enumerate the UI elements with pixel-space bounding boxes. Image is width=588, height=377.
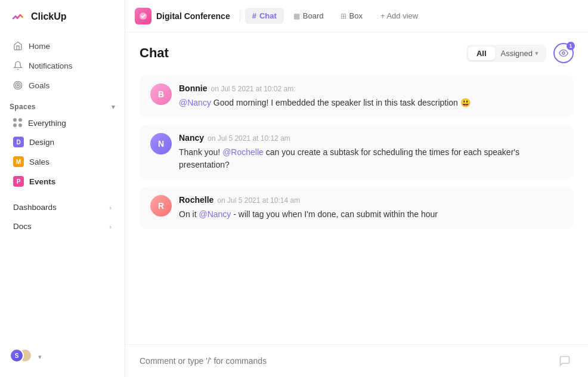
add-view-label: + Add view	[380, 11, 418, 20]
chat-title: Chat	[140, 45, 169, 61]
message-1-time: on Jul 5 2021 at 10:02 am:	[211, 85, 295, 93]
main-content: Digital Conference # Chat ▦ Board ⊞ Box …	[125, 0, 588, 377]
project-icon	[135, 8, 151, 24]
tab-box-label: Box	[349, 11, 363, 20]
tab-chat-hash: #	[252, 11, 256, 20]
message-1-mention: @Nancy	[179, 98, 211, 107]
message-3-text: On it @Nancy - will tag you when I'm don…	[179, 208, 563, 221]
filter-all-button[interactable]: All	[468, 47, 495, 60]
tab-board[interactable]: ▦ Board	[286, 8, 331, 24]
tab-board-label: Board	[303, 11, 324, 20]
sidebar-item-design-label: Design	[29, 138, 54, 147]
chat-area: Chat All Assigned ▾ 1 B	[125, 32, 588, 377]
filter-assigned-button[interactable]: Assigned ▾	[495, 47, 544, 60]
avatar-rochelle: R	[150, 195, 172, 217]
sidebar-item-events-label: Events	[29, 177, 55, 186]
user-avatars: S	[10, 348, 33, 365]
spaces-section-header[interactable]: Spaces ▾	[0, 95, 125, 113]
sidebar-item-docs[interactable]: Docs ›	[4, 217, 121, 236]
message-2: N Nancy on Jul 5 2021 at 10:12 am Thank …	[140, 125, 574, 180]
message-3-author: Rochelle	[179, 195, 213, 205]
message-1-author: Bonnie	[179, 84, 207, 93]
sidebar: ClickUp Home Notifications Goals Spaces …	[0, 0, 125, 377]
message-1-text: @Nancy Good morning! I embedded the spea…	[179, 97, 563, 109]
sidebar-item-design[interactable]: D Design	[4, 132, 121, 152]
sidebar-item-notifications-label: Notifications	[29, 61, 73, 70]
message-3-text-before: On it	[179, 209, 199, 219]
message-2-text-before: Thank you!	[179, 147, 222, 157]
sidebar-item-home[interactable]: Home	[4, 36, 121, 55]
message-2-author: Nancy	[179, 133, 204, 143]
eye-button[interactable]: 1	[553, 43, 574, 63]
sidebar-item-sales-label: Sales	[29, 157, 49, 166]
comment-input[interactable]	[140, 356, 556, 366]
tab-board-icon: ▦	[293, 12, 300, 20]
design-badge: D	[13, 137, 24, 147]
message-2-meta: Nancy on Jul 5 2021 at 10:12 am	[179, 133, 563, 143]
svg-point-5	[562, 52, 565, 54]
message-3-mention: @Nancy	[199, 209, 231, 219]
sidebar-item-home-label: Home	[29, 42, 50, 51]
sidebar-item-goals-label: Goals	[29, 81, 49, 90]
message-1: B Bonnie on Jul 5 2021 at 10:02 am: @Nan…	[140, 75, 574, 118]
tab-box-icon: ⊞	[341, 12, 346, 20]
message-2-mention: @Rochelle	[222, 147, 264, 157]
sidebar-nav: Home Notifications Goals Spaces ▾ Everyt…	[0, 33, 125, 342]
message-1-content: Bonnie on Jul 5 2021 at 10:02 am: @Nancy…	[179, 84, 563, 109]
svg-point-2	[16, 83, 20, 88]
sidebar-item-everything[interactable]: Everything	[4, 114, 121, 132]
user-chevron-icon: ▾	[38, 353, 42, 361]
comment-box	[125, 344, 588, 377]
eye-badge: 1	[567, 42, 575, 50]
message-3-content: Rochelle on Jul 5 2021 at 10:14 am On it…	[179, 195, 563, 221]
spaces-label: Spaces	[10, 103, 36, 111]
sidebar-item-notifications[interactable]: Notifications	[4, 56, 121, 75]
filter-assigned-label: Assigned	[501, 49, 533, 58]
docs-chevron-icon: ›	[109, 223, 112, 230]
filter-chevron-icon: ▾	[535, 50, 539, 57]
chat-header: Chat All Assigned ▾ 1	[125, 32, 588, 70]
sidebar-item-docs-label: Docs	[13, 222, 32, 231]
message-1-meta: Bonnie on Jul 5 2021 at 10:02 am:	[179, 84, 563, 93]
sidebar-item-sales[interactable]: M Sales	[4, 152, 121, 171]
avatar-bonnie: B	[150, 84, 172, 105]
message-3-time: on Jul 5 2021 at 10:14 am	[217, 196, 300, 205]
tab-box[interactable]: ⊞ Box	[333, 8, 370, 24]
add-view-button[interactable]: + Add view	[375, 8, 424, 24]
sidebar-item-dashboards[interactable]: Dashboards ›	[4, 198, 121, 217]
svg-point-3	[17, 85, 19, 86]
logo-text: ClickUp	[31, 11, 67, 22]
user-profile[interactable]: S ▾	[0, 342, 125, 371]
message-2-time: on Jul 5 2021 at 10:12 am	[208, 134, 290, 143]
top-bar: Digital Conference # Chat ▦ Board ⊞ Box …	[125, 0, 588, 32]
sidebar-item-goals[interactable]: Goals	[4, 76, 121, 95]
spaces-chevron-icon: ▾	[112, 103, 115, 111]
tab-chat-label: Chat	[259, 11, 277, 20]
message-2-content: Nancy on Jul 5 2021 at 10:12 am Thank yo…	[179, 133, 563, 171]
events-badge: P	[13, 176, 24, 187]
sidebar-item-everything-label: Everything	[28, 119, 66, 128]
everything-icon	[13, 118, 23, 128]
logo[interactable]: ClickUp	[0, 0, 125, 33]
message-3-meta: Rochelle on Jul 5 2021 at 10:14 am	[179, 195, 563, 205]
dashboards-chevron-icon: ›	[109, 204, 112, 211]
comment-send-icon[interactable]	[556, 352, 574, 370]
tab-chat[interactable]: # Chat	[245, 8, 284, 24]
project-title: Digital Conference	[156, 11, 230, 21]
user-avatar-s: S	[10, 348, 24, 363]
chat-filters: All Assigned ▾	[466, 45, 546, 62]
sidebar-item-events[interactable]: P Events	[4, 172, 121, 191]
topbar-divider	[240, 10, 240, 22]
sidebar-item-dashboards-label: Dashboards	[13, 203, 57, 212]
message-3: R Rochelle on Jul 5 2021 at 10:14 am On …	[140, 187, 574, 229]
message-2-text: Thank you! @Rochelle can you create a su…	[179, 146, 563, 171]
message-3-text-after: - will tag you when I'm done, can submit…	[231, 209, 438, 219]
avatar-nancy: N	[150, 133, 172, 154]
messages-list: B Bonnie on Jul 5 2021 at 10:02 am: @Nan…	[125, 70, 588, 344]
sales-badge: M	[13, 156, 24, 167]
message-1-text-after: Good morning! I embedded the speaker lis…	[213, 98, 471, 107]
